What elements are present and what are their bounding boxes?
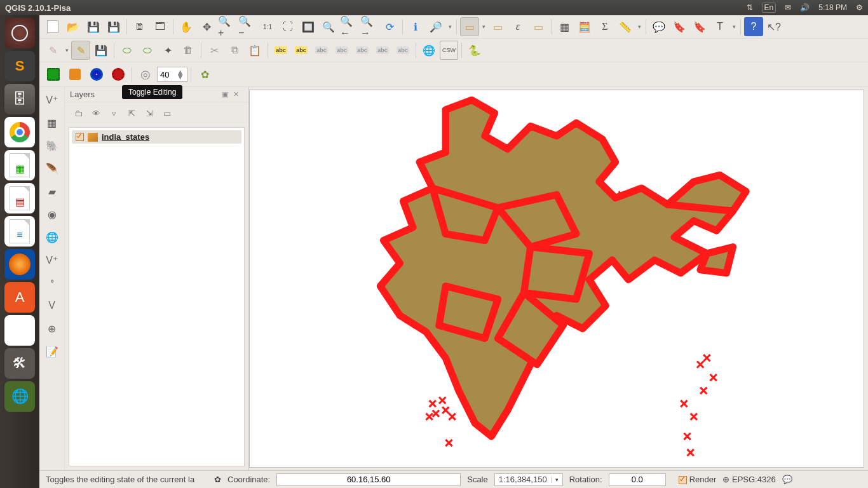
add-postgis-button[interactable]: 🐘 <box>42 135 62 156</box>
whats-this-button[interactable]: ↖? <box>764 17 783 36</box>
identify-cursor-button[interactable]: 🔎 <box>426 17 445 36</box>
grass-tool-button[interactable]: ✿ <box>194 64 215 85</box>
sublime-icon[interactable]: S <box>4 51 35 81</box>
statistics-button[interactable]: Σ <box>595 17 614 36</box>
new-project-button[interactable] <box>43 17 62 36</box>
pan-button[interactable]: ✋ <box>177 17 196 36</box>
save-project-button[interactable]: 💾 <box>84 17 103 36</box>
panel-close-icon[interactable]: ✕ <box>233 90 243 99</box>
label-tool4-button[interactable]: abc <box>353 41 372 60</box>
paste-button[interactable]: 📋 <box>245 41 264 60</box>
cut-button[interactable]: ✂ <box>205 41 224 60</box>
libreoffice-impress-icon[interactable]: ▤ <box>4 183 35 214</box>
amazon-icon[interactable]: a <box>4 315 35 346</box>
add-vector-button[interactable]: V⁺ <box>42 90 62 110</box>
label-button[interactable]: abc <box>271 41 290 60</box>
text-annotation-button[interactable]: T <box>710 17 729 36</box>
label-tool2-button[interactable]: abc <box>312 41 331 60</box>
keyboard-lang[interactable]: En <box>762 3 776 13</box>
layers-tree[interactable]: india_states <box>69 127 245 466</box>
add-mssql-button[interactable]: ▰ <box>42 181 62 201</box>
select-by-expression-button[interactable]: ▭ <box>488 17 507 36</box>
dash-icon[interactable] <box>4 18 35 48</box>
sound-icon[interactable]: 🔊 <box>800 3 810 12</box>
bookmark-new-button[interactable]: 🔖 <box>670 17 689 36</box>
add-delimited-button[interactable]: V <box>42 295 62 316</box>
layer-filter-button[interactable]: ▿ <box>107 106 121 120</box>
measure-button[interactable]: 📏 <box>616 17 635 36</box>
identify-dropdown[interactable]: ▾ <box>447 24 453 30</box>
delete-selected-button[interactable]: 🗑 <box>179 41 198 60</box>
map-tips-button[interactable]: 💬 <box>649 17 668 36</box>
blue-marker-button[interactable] <box>86 64 107 85</box>
libreoffice-calc-icon[interactable]: ▦ <box>4 150 35 180</box>
bookmark-show-button[interactable]: 🔖 <box>690 17 709 36</box>
gear-icon[interactable]: ⚙ <box>856 3 863 12</box>
wms-button[interactable]: 🌐 <box>419 41 438 60</box>
add-oracle-button[interactable]: ◉ <box>42 204 62 224</box>
panel-undock-icon[interactable]: ▣ <box>222 90 232 99</box>
status-toggle-icon[interactable]: ✿ <box>214 475 221 484</box>
orange-marker-button[interactable] <box>65 64 85 85</box>
add-wfs-button[interactable]: ᐤ <box>42 273 62 293</box>
red-marker-button[interactable] <box>108 64 128 85</box>
zoom-full-button[interactable]: ⛶ <box>278 17 297 36</box>
new-shapefile-button[interactable]: 📝 <box>42 341 62 362</box>
layer-visibility-button[interactable]: 👁 <box>89 106 103 120</box>
crs-button[interactable]: ⊕ EPSG:4326 <box>722 475 775 484</box>
add-raster-button[interactable]: ▦ <box>42 112 62 133</box>
add-feature-button[interactable]: ⬭ <box>118 41 137 60</box>
refresh-button[interactable]: ⟳ <box>380 17 399 36</box>
pan-to-selection-button[interactable]: ✥ <box>197 17 216 36</box>
add-virtual-button[interactable]: ⊕ <box>42 318 62 339</box>
move-feature-button[interactable]: ⬭ <box>138 41 157 60</box>
spin-down-icon[interactable]: ▼ <box>176 74 184 79</box>
zoom-layer-button[interactable]: 🔍 <box>319 17 338 36</box>
expression-select-button[interactable]: ε <box>508 17 527 36</box>
add-wms-button[interactable]: 🌐 <box>42 227 62 247</box>
scale-select[interactable]: 1:16,384,150 ▾ <box>494 473 563 486</box>
save-as-button[interactable]: 💾 <box>104 17 123 36</box>
clock[interactable]: 5:18 PM <box>818 3 847 12</box>
layer-item-india-states[interactable]: india_states <box>72 130 241 144</box>
zoom-in-button[interactable]: 🔍+ <box>217 17 236 36</box>
firefox-icon[interactable] <box>4 249 35 280</box>
help-button[interactable]: ? <box>744 17 763 36</box>
zoom-native-button[interactable]: 1:1 <box>258 17 277 36</box>
green-marker-button[interactable] <box>43 64 64 85</box>
chevron-down-icon[interactable]: ▾ <box>551 477 562 483</box>
composer-manager-button[interactable]: 🗔 <box>151 17 170 36</box>
toggle-editing-button[interactable]: ✎ <box>71 41 90 60</box>
layer-remove-button[interactable]: ▭ <box>160 106 174 120</box>
current-edits-button[interactable]: ✎ <box>43 41 62 60</box>
layer-collapse-button[interactable]: ⇲ <box>142 106 156 120</box>
network-icon[interactable]: ⇅ <box>747 3 753 12</box>
csw-button[interactable]: CSW <box>440 41 458 60</box>
layer-expand-button[interactable]: ⇱ <box>125 106 139 120</box>
label-tool3-button[interactable]: abc <box>332 41 351 60</box>
render-checkbox[interactable]: Render <box>679 475 717 484</box>
add-wcs-button[interactable]: V⁺ <box>42 250 62 270</box>
add-spatialite-button[interactable]: 🪶 <box>42 158 62 179</box>
deselect-button[interactable]: ▭ <box>529 17 548 36</box>
measure-dropdown[interactable]: ▾ <box>636 24 642 30</box>
current-edits-dropdown[interactable]: ▾ <box>64 47 70 53</box>
attribute-table-button[interactable]: ▦ <box>555 17 574 36</box>
zoom-selection-button[interactable]: 🔲 <box>299 17 318 36</box>
label-tool6-button[interactable]: abc <box>393 41 412 60</box>
libreoffice-writer-icon[interactable]: ≡ <box>4 216 35 247</box>
annotation-dropdown[interactable]: ▾ <box>731 24 737 30</box>
rotation-input[interactable] <box>609 473 666 486</box>
qgis-launcher-icon[interactable]: 🌐 <box>4 381 35 412</box>
identify-button[interactable]: ℹ <box>406 17 425 36</box>
python-console-button[interactable]: 🐍 <box>465 41 484 60</box>
save-edits-button[interactable]: 💾 <box>92 41 111 60</box>
select-dropdown[interactable]: ▾ <box>480 24 487 30</box>
mail-icon[interactable]: ✉ <box>785 3 791 12</box>
label-tool1-button[interactable]: abc <box>292 41 311 60</box>
new-print-composer-button[interactable]: 🗎 <box>130 17 149 36</box>
coord-input[interactable] <box>276 473 461 486</box>
label-tool5-button[interactable]: abc <box>373 41 392 60</box>
zoom-out-button[interactable]: 🔍− <box>238 17 257 36</box>
settings-icon[interactable]: 🛠 <box>4 348 35 379</box>
